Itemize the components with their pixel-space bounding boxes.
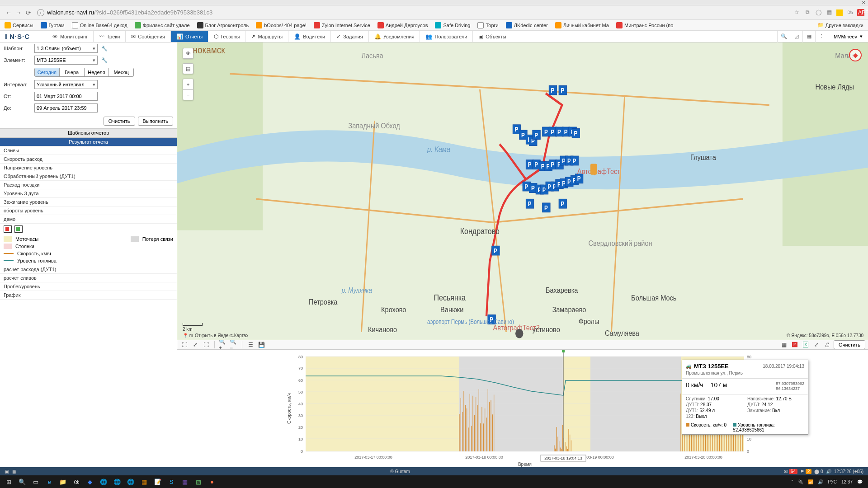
result-item[interactable]: Расход поездки xyxy=(0,181,177,189)
tray-icon[interactable]: 🔌 xyxy=(798,479,803,484)
zoom-out-icon[interactable]: 🔍− xyxy=(229,341,238,349)
status-left-icon[interactable]: ▦ xyxy=(12,469,16,474)
period-month[interactable]: Месяц xyxy=(109,68,133,76)
bookmark-item[interactable]: Личный кабинет Ма xyxy=(555,22,609,28)
search-icon[interactable]: 🔍 xyxy=(15,475,29,488)
compass-icon[interactable]: ◆ xyxy=(849,49,862,61)
result-item[interactable]: обороты уровень xyxy=(0,206,177,215)
template-select[interactable]: 1.3 Сливы (объект) xyxy=(34,44,98,53)
start-icon[interactable]: ⊞ xyxy=(2,475,15,488)
address-bar[interactable]: i wialon.nsc-navi.ru/?sid=0269f5431eb4a2… xyxy=(37,9,789,16)
online-icon[interactable]: ⬤ 0 xyxy=(814,469,823,474)
zoom-out-icon[interactable]: − xyxy=(183,89,193,100)
reload-icon[interactable]: ⟳ xyxy=(24,9,33,16)
bookmark-item[interactable]: Zylon Internet Service xyxy=(314,22,370,28)
taskbar-app-icon[interactable]: 🌐 xyxy=(110,475,124,488)
tray-icon[interactable]: ˄ xyxy=(791,479,793,484)
legend-toggle-icon[interactable] xyxy=(4,225,12,233)
ext-icon[interactable]: ▦ xyxy=(826,9,833,16)
to-input[interactable] xyxy=(34,103,98,113)
nav-tab-10[interactable]: ▣Объекты xyxy=(473,31,512,42)
bookmarks-more[interactable]: 📁 Другие закладки xyxy=(817,22,863,28)
clear-button[interactable]: Очистить xyxy=(104,117,135,126)
bookmark-item[interactable]: Минтранс России (по xyxy=(616,22,673,28)
chart-clear-button[interactable]: Очистить xyxy=(834,340,865,349)
element-select[interactable]: МТЗ 1255ЕЕ xyxy=(34,56,98,65)
wrench-icon[interactable]: 🔧 xyxy=(101,46,108,52)
bookmark-item[interactable]: Safe Driving xyxy=(435,22,470,28)
chart-save-icon[interactable]: 💾 xyxy=(257,341,266,349)
map-layers-icon[interactable]: 👁 xyxy=(183,48,193,59)
site-info-icon[interactable]: i xyxy=(37,9,44,16)
result-item[interactable]: Зажигание уровень xyxy=(0,198,177,206)
nav-tab-4[interactable]: ⬡Геозоны xyxy=(208,31,245,42)
window-close-icon[interactable]: ✕ xyxy=(862,0,865,5)
nav-tab-5[interactable]: ↗Маршруты xyxy=(245,31,288,42)
chart-tool-icon[interactable]: ⤢ xyxy=(191,341,200,349)
status-left-icon[interactable]: ▣ xyxy=(5,469,9,474)
bookmark-item[interactable]: Фриланс сайт удале xyxy=(135,22,190,28)
taskbar-app-icon[interactable]: ● xyxy=(205,475,219,488)
forward-icon[interactable]: → xyxy=(14,9,24,16)
messages-icon[interactable]: ✉ 64 xyxy=(784,469,797,474)
chart-tool-icon[interactable]: ⛶ xyxy=(202,341,211,349)
result-item[interactable]: Напряжение уровень xyxy=(0,164,177,172)
templates-header[interactable]: Шаблоны отчетов xyxy=(0,128,177,137)
chart-list-icon[interactable]: ☰ xyxy=(246,341,255,349)
ext-icon[interactable]: ◯ xyxy=(815,9,822,16)
taskbar-app-icon[interactable]: 🌐 xyxy=(97,475,110,488)
nav-tab-6[interactable]: 👤Водители xyxy=(288,31,331,42)
nav-tab-8[interactable]: 🔔Уведомления xyxy=(369,31,420,42)
bookmark-item[interactable]: Андрей Дергоусов xyxy=(377,22,428,28)
ext-icon[interactable] xyxy=(836,9,843,16)
nav-tab-7[interactable]: ✓Задания xyxy=(331,31,368,42)
nav-tab-9[interactable]: 👥Пользователи xyxy=(420,31,473,42)
taskbar-app-icon[interactable]: ◆ xyxy=(83,475,97,488)
nav-tab-3[interactable]: 📊Отчеты xyxy=(171,31,208,42)
from-input[interactable] xyxy=(34,92,98,101)
bookmark-item[interactable]: bOoobs! 404 page! xyxy=(256,22,307,28)
taskbar-app-icon[interactable]: 🛍 xyxy=(70,475,83,488)
back-icon[interactable]: ← xyxy=(4,9,14,16)
alerts-icon[interactable]: ⚑ 2 xyxy=(800,469,811,474)
wrench-icon[interactable]: 🔧 xyxy=(101,57,108,63)
chart-tool-icon[interactable]: ⛶ xyxy=(180,341,189,349)
sound-icon[interactable]: 🔊 xyxy=(826,469,831,474)
taskbar-app-icon[interactable]: S xyxy=(165,475,178,488)
ext-icon[interactable]: 🛍 xyxy=(846,9,854,16)
chart-table-icon[interactable]: ▦ xyxy=(779,341,788,349)
nav-tab-0[interactable]: 👁Мониторинг xyxy=(47,31,94,42)
ext-apps-icon[interactable]: APPS xyxy=(857,9,864,16)
export-xls-icon[interactable]: 🅇 xyxy=(801,341,810,349)
search-icon[interactable]: 🔍 xyxy=(777,31,790,42)
taskbar-app-icon[interactable]: 🌐 xyxy=(124,475,137,488)
period-yesterday[interactable]: Вчера xyxy=(60,68,85,76)
bookmark-item[interactable]: Блог Агроконтроль xyxy=(197,22,249,28)
apps-grid-icon[interactable]: ▦ xyxy=(802,31,815,42)
taskbar-app-icon[interactable]: e xyxy=(42,475,56,488)
legend-toggle-icon[interactable] xyxy=(14,225,23,233)
period-today[interactable]: Сегодня xyxy=(35,68,60,76)
bookmark-item[interactable]: Торги xyxy=(477,22,498,28)
result-item[interactable]: Обработанный уровень (ДУТ1) xyxy=(0,172,177,181)
interval-select[interactable]: Указанный интервал xyxy=(34,80,98,89)
bookmark-item[interactable]: Сервисы xyxy=(5,22,33,28)
map[interactable]: PPPPPPPPPPPPPPPPPPPPPPPPPPPPPPPPPPPPPP а… xyxy=(177,42,868,340)
map-type-icon[interactable]: ▤ xyxy=(183,63,193,74)
open-yandex-link[interactable]: 📍 mОткрыть в Яндекс.Картах xyxy=(183,333,248,338)
taskbar-app-icon[interactable]: ▦ xyxy=(178,475,192,488)
export-expand-icon[interactable]: ⤢ xyxy=(812,341,821,349)
nav-tab-1[interactable]: 〰Треки xyxy=(94,31,126,42)
taskbar-app-icon[interactable]: ▧ xyxy=(192,475,205,488)
result-item[interactable]: расчет расхода (ДУТ1) xyxy=(0,265,177,274)
bookmark-item[interactable]: Online Base64 декод xyxy=(72,22,127,28)
taskbar-app-icon[interactable]: 📝 xyxy=(151,475,165,488)
ext-icon[interactable]: ⧉ xyxy=(804,9,811,16)
result-item[interactable]: График xyxy=(0,291,177,300)
tray-icon[interactable]: 🔊 xyxy=(818,479,823,484)
user-menu[interactable]: MVMiheev ▾ xyxy=(828,33,868,39)
taskbar-app-icon[interactable]: 📁 xyxy=(56,475,70,488)
nav-tab-2[interactable]: ✉Сообщения xyxy=(126,31,171,42)
tool-icon[interactable]: ◿ xyxy=(790,31,802,42)
zoom-in-icon[interactable]: + xyxy=(183,79,193,89)
